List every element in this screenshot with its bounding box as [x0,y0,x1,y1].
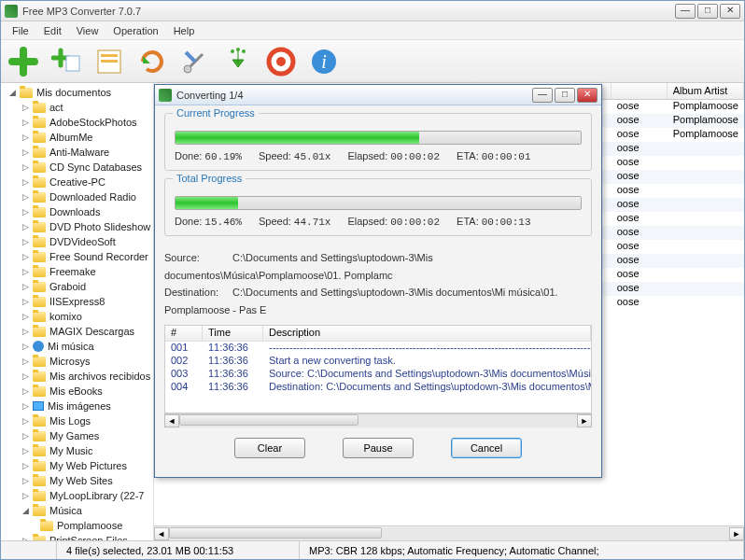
expand-icon[interactable]: ▷ [21,238,30,246]
folder-icon [33,207,46,217]
tree-item[interactable]: ▷MyLoopLibrary (22-7 [3,488,151,503]
tree-item[interactable]: ▷MAGIX Descargas [3,324,151,339]
download-button[interactable] [221,45,255,78]
menu-file[interactable]: File [5,23,36,38]
pause-button[interactable]: Pause [343,438,414,458]
expand-icon[interactable]: ◢ [21,507,30,515]
tree-item[interactable]: ▷komixo [3,309,151,324]
tree-item[interactable]: ▷Mis eBooks [3,384,151,399]
tree-item[interactable]: ▷My Web Sites [3,473,151,488]
expand-icon[interactable]: ▷ [21,343,30,351]
maximize-button[interactable]: □ [697,4,718,19]
tree-item[interactable]: ▷Freemake [3,264,151,279]
cancel-button[interactable]: Cancel [451,438,522,458]
dialog-minimize-button[interactable]: — [532,88,553,103]
tree-item-label: DVD Photo Slideshow [49,221,150,232]
expand-icon[interactable]: ▷ [21,387,30,396]
folder-tree[interactable]: ◢ Mis documentos ▷act▷AdobeStockPhotos▷A… [1,83,154,540]
log-scrollbar[interactable]: ◄► [164,413,592,428]
tree-item[interactable]: ▷Mis Logs [3,413,151,428]
expand-icon[interactable]: ▷ [21,447,30,455]
collapse-icon[interactable]: ◢ [8,89,17,97]
tree-item[interactable]: ▷My Music [3,443,151,458]
tree-item[interactable]: ▷Graboid [3,279,151,294]
minimize-button[interactable]: — [675,4,696,19]
expand-icon[interactable]: ▷ [21,283,30,291]
menu-help[interactable]: Help [166,23,203,38]
svg-rect-3 [101,60,118,63]
dialog-titlebar[interactable]: Converting 1/4 — □ ✕ [155,85,601,105]
content-scrollbar[interactable]: ◄► [154,525,744,540]
tree-item[interactable]: ▷Downloads [3,204,151,219]
clear-button[interactable]: Clear [234,438,305,458]
tree-item[interactable]: ▷Microsys [3,354,151,369]
folder-icon [33,162,46,173]
settings-button[interactable] [178,45,212,78]
menu-operation[interactable]: Operation [105,23,165,38]
current-progress-bar [175,131,582,145]
expand-icon[interactable]: ▷ [21,372,30,381]
dialog-maximize-button[interactable]: □ [555,88,575,103]
menu-edit[interactable]: Edit [36,23,69,38]
expand-icon[interactable]: ▷ [21,432,30,441]
expand-icon[interactable]: ▷ [21,193,30,202]
expand-icon[interactable]: ▷ [21,133,30,142]
add-folder-button[interactable] [49,45,83,78]
tree-item[interactable]: ▷act [3,100,151,115]
tree-item[interactable]: ▷Downloaded Radio [3,189,151,204]
tree-item[interactable]: ▷Mis archivos recibidos [3,369,151,384]
status-format: MP3: CBR 128 kbps; Automatic Frequency; … [300,541,744,559]
statusbar: 4 file(s) selected, 23.01 MB 00:11:53 MP… [1,540,744,559]
tree-item[interactable]: ▷PrintScreen Files [3,533,151,540]
help-button[interactable] [264,45,298,78]
tree-item[interactable]: ▷Free Sound Recorder [3,249,151,264]
folder-icon [20,88,33,98]
column-album-artist[interactable]: Album Artist [668,83,744,99]
add-list-button[interactable] [92,45,126,78]
tree-item[interactable]: ▷CD Sync Databases [3,160,151,175]
expand-icon[interactable]: ▷ [21,119,30,127]
close-button[interactable]: ✕ [720,4,740,19]
tree-item[interactable]: ▷Creative-PC [3,175,151,189]
expand-icon[interactable]: ▷ [21,208,30,217]
tree-item[interactable]: ▷My Games [3,428,151,443]
image-icon [33,401,44,411]
tree-item[interactable]: ▷DVD Photo Slideshow [3,219,151,234]
tree-item[interactable]: ▷AlbumMe [3,130,151,145]
expand-icon[interactable]: ▷ [21,268,30,276]
expand-icon[interactable]: ▷ [21,178,30,187]
expand-icon[interactable]: ▷ [21,148,30,157]
tree-item[interactable]: ▷IISExpress8 [3,294,151,309]
tree-item[interactable]: ▷DVDVideoSoft [3,234,151,249]
add-file-button[interactable] [7,45,40,78]
info-button[interactable]: i [307,45,341,78]
tree-item[interactable]: ◢Música [3,503,151,518]
refresh-button[interactable] [135,45,169,78]
expand-icon[interactable]: ▷ [21,253,30,261]
tree-item[interactable]: ▷Anti-Malware [3,145,151,160]
dialog-close-button[interactable]: ✕ [577,88,597,103]
expand-icon[interactable]: ▷ [21,417,30,426]
expand-icon[interactable]: ▷ [21,298,30,306]
expand-icon[interactable]: ▷ [21,313,30,321]
menu-view[interactable]: View [69,23,106,38]
expand-icon[interactable]: ▷ [21,104,30,112]
expand-icon[interactable]: ▷ [21,357,30,366]
tree-item[interactable]: ▷Mi música [3,339,151,354]
folder-icon [33,536,46,541]
tree-item-label: Mis Logs [49,415,91,427]
expand-icon[interactable]: ▷ [21,492,30,500]
expand-icon[interactable]: ▷ [21,163,30,172]
expand-icon[interactable]: ▷ [21,402,30,411]
expand-icon[interactable]: ▷ [21,462,30,470]
tree-item[interactable]: ▷AdobeStockPhotos [3,115,151,130]
expand-icon[interactable]: ▷ [21,223,30,231]
folder-icon [33,461,46,471]
tree-item[interactable]: ▷Mis imágenes [3,399,151,413]
tree-item[interactable]: Pomplamoose [3,518,151,533]
tree-item-label: AdobeStockPhotos [49,117,137,128]
expand-icon[interactable]: ▷ [21,328,30,336]
tree-item[interactable]: ▷My Web Pictures [3,458,151,473]
tree-root-item[interactable]: ◢ Mis documentos [3,85,151,100]
expand-icon[interactable]: ▷ [21,477,30,485]
